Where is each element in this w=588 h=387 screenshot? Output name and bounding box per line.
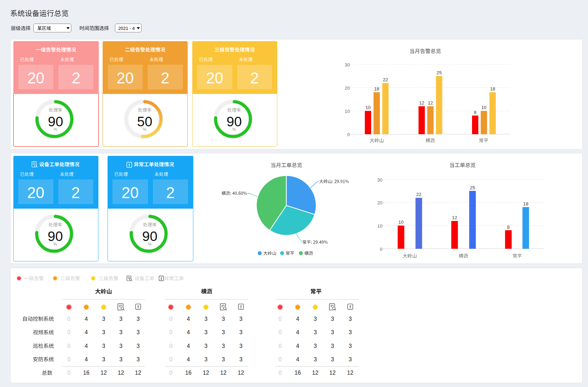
svg-text:4: 4: [85, 329, 88, 335]
svg-text:0: 0: [279, 329, 282, 335]
svg-text:4: 4: [296, 316, 299, 322]
svg-text:3: 3: [222, 329, 225, 335]
svg-text:2: 2: [71, 184, 80, 201]
svg-text:12: 12: [312, 370, 318, 376]
svg-text:3: 3: [314, 316, 317, 322]
svg-text:0: 0: [347, 132, 350, 137]
svg-text:4: 4: [85, 356, 88, 362]
svg-text:3: 3: [119, 356, 123, 362]
svg-text:3: 3: [119, 343, 123, 349]
svg-text:2: 2: [166, 184, 175, 201]
svg-text:3: 3: [137, 316, 140, 322]
svg-text:3: 3: [314, 343, 317, 349]
svg-text:3: 3: [222, 356, 225, 362]
svg-text:10: 10: [399, 220, 404, 225]
svg-text:20: 20: [27, 184, 44, 201]
svg-text:25: 25: [437, 70, 442, 75]
svg-text:3: 3: [331, 329, 334, 335]
svg-text:30: 30: [377, 177, 382, 183]
svg-text:0: 0: [169, 329, 173, 335]
svg-text:%: %: [53, 242, 57, 247]
svg-text:3: 3: [331, 356, 334, 362]
svg-text:16: 16: [83, 370, 90, 376]
svg-text:16: 16: [185, 370, 192, 376]
svg-text:12: 12: [238, 370, 244, 376]
svg-text:0: 0: [67, 370, 71, 376]
svg-text:20: 20: [117, 69, 134, 87]
svg-text:25: 25: [470, 185, 475, 190]
svg-text:4: 4: [187, 343, 190, 349]
svg-text:3: 3: [119, 316, 123, 322]
svg-text:12: 12: [347, 370, 354, 376]
svg-text:4: 4: [187, 329, 190, 335]
svg-text:16: 16: [295, 370, 301, 376]
svg-text:22: 22: [383, 77, 388, 82]
svg-text:%: %: [232, 127, 236, 132]
svg-text:0: 0: [279, 316, 282, 322]
svg-text:2: 2: [72, 69, 80, 87]
svg-text:3: 3: [205, 356, 208, 362]
svg-text:0: 0: [279, 370, 282, 376]
svg-text:0: 0: [169, 356, 173, 362]
svg-text:0: 0: [169, 343, 173, 349]
svg-text:3: 3: [102, 329, 105, 335]
svg-text:20: 20: [27, 69, 45, 87]
svg-text:3: 3: [102, 356, 105, 362]
svg-text:2: 2: [250, 69, 259, 87]
svg-text:4: 4: [296, 329, 299, 335]
svg-text:10: 10: [345, 109, 350, 114]
svg-text:12: 12: [428, 100, 433, 106]
svg-text:10: 10: [377, 223, 382, 229]
svg-text:3: 3: [349, 316, 352, 322]
svg-text:%: %: [143, 127, 147, 132]
svg-text:12: 12: [101, 370, 107, 376]
svg-text:12: 12: [118, 370, 124, 376]
svg-text:4: 4: [296, 356, 299, 362]
svg-text:3: 3: [314, 329, 317, 335]
svg-text:3: 3: [239, 356, 243, 362]
svg-text:20: 20: [206, 69, 223, 87]
svg-text:2: 2: [161, 69, 169, 87]
svg-text:0: 0: [279, 343, 282, 349]
svg-text:3: 3: [349, 329, 352, 335]
svg-text:12: 12: [135, 370, 141, 376]
svg-text:4: 4: [187, 356, 190, 362]
svg-text:22: 22: [416, 192, 421, 197]
svg-text:3: 3: [205, 343, 208, 349]
svg-text:18: 18: [523, 201, 529, 207]
svg-text:8: 8: [507, 224, 510, 230]
svg-text:10: 10: [481, 105, 486, 110]
svg-text:3: 3: [331, 316, 334, 322]
svg-text:3: 3: [102, 343, 105, 349]
svg-text:0: 0: [67, 356, 71, 362]
svg-text:0: 0: [169, 370, 173, 376]
svg-text:3: 3: [205, 316, 208, 322]
svg-text:%: %: [148, 242, 152, 247]
svg-text:12: 12: [203, 370, 209, 376]
svg-text:3: 3: [137, 329, 140, 335]
svg-text:3: 3: [239, 329, 243, 335]
svg-text:4: 4: [296, 343, 299, 349]
svg-text:3: 3: [137, 343, 140, 349]
svg-text:0: 0: [67, 343, 71, 349]
svg-text:8: 8: [474, 110, 476, 115]
svg-text:3: 3: [239, 316, 243, 322]
svg-text:4: 4: [85, 343, 88, 349]
svg-text:30: 30: [345, 62, 350, 68]
svg-text:10: 10: [366, 105, 371, 110]
svg-text:12: 12: [452, 215, 457, 220]
svg-text:3: 3: [349, 343, 352, 349]
svg-text:3: 3: [239, 343, 243, 349]
svg-text:0: 0: [279, 356, 282, 362]
svg-text:4: 4: [187, 316, 190, 322]
svg-text:3: 3: [222, 316, 225, 322]
svg-text:0: 0: [169, 316, 173, 322]
svg-text:3: 3: [349, 356, 352, 362]
svg-text:20: 20: [345, 85, 350, 91]
svg-text:18: 18: [490, 86, 495, 91]
svg-text:12: 12: [220, 370, 227, 376]
svg-text:20: 20: [122, 184, 139, 201]
svg-text:18: 18: [374, 86, 379, 91]
svg-text:3: 3: [137, 356, 140, 362]
svg-text:3: 3: [222, 343, 225, 349]
